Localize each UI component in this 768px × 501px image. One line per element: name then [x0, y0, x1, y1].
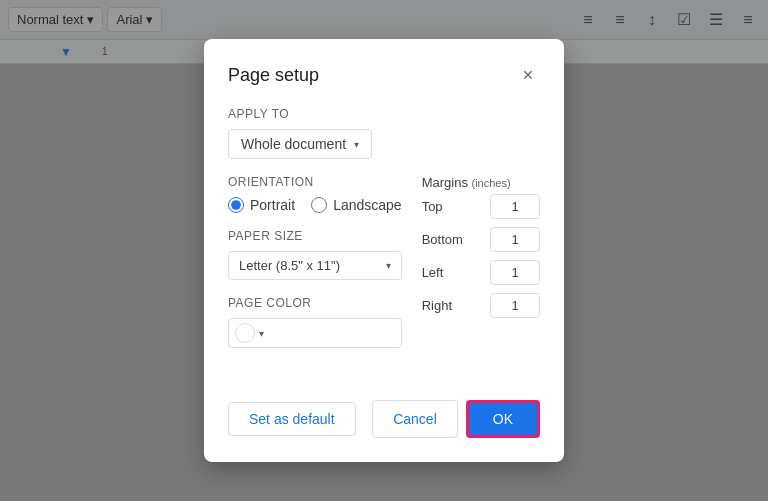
modal-overlay: Page setup × Apply to Whole document ▾ O… [0, 0, 768, 501]
bottom-margin-label: Bottom [422, 232, 472, 247]
left-margin-label: Left [422, 265, 472, 280]
paper-size-dropdown[interactable]: Letter (8.5" x 11") ▾ [228, 251, 402, 280]
page-setup-dialog: Page setup × Apply to Whole document ▾ O… [204, 39, 564, 462]
apply-to-section: Apply to Whole document ▾ [228, 107, 540, 159]
left-margin-row: Left [422, 260, 540, 285]
ok-button[interactable]: OK [466, 400, 540, 438]
page-color-label: Page color [228, 296, 402, 310]
portrait-option[interactable]: Portrait [228, 197, 295, 213]
color-arrow: ▾ [259, 328, 264, 339]
paper-size-label: Paper size [228, 229, 402, 243]
color-circle [235, 323, 255, 343]
apply-to-dropdown[interactable]: Whole document ▾ [228, 129, 372, 159]
margins-section: Margins (inches) Top Bottom Left Right [422, 175, 540, 364]
bottom-margin-row: Bottom [422, 227, 540, 252]
dialog-footer: Set as default Cancel OK [228, 384, 540, 438]
top-margin-row: Top [422, 194, 540, 219]
landscape-option[interactable]: Landscape [311, 197, 402, 213]
dialog-header: Page setup × [228, 63, 540, 87]
set-default-button[interactable]: Set as default [228, 402, 356, 436]
right-margin-input[interactable] [490, 293, 540, 318]
paper-size-arrow: ▾ [386, 260, 391, 271]
left-margin-input[interactable] [490, 260, 540, 285]
margins-unit: (inches) [472, 177, 511, 189]
landscape-label: Landscape [333, 197, 402, 213]
margins-title: Margins (inches) [422, 175, 540, 190]
orientation-radio-group: Portrait Landscape [228, 197, 402, 213]
page-color-section: Page color ▾ [228, 296, 402, 348]
top-margin-label: Top [422, 199, 472, 214]
dialog-title: Page setup [228, 65, 319, 86]
top-margin-input[interactable] [490, 194, 540, 219]
apply-to-label: Apply to [228, 107, 540, 121]
dialog-left: Orientation Portrait Landscape [228, 175, 402, 364]
right-margin-label: Right [422, 298, 472, 313]
cancel-button[interactable]: Cancel [372, 400, 458, 438]
right-margin-row: Right [422, 293, 540, 318]
orientation-label: Orientation [228, 175, 402, 189]
dialog-body: Orientation Portrait Landscape [228, 175, 540, 364]
orientation-section: Orientation Portrait Landscape [228, 175, 402, 213]
page-color-picker[interactable]: ▾ [228, 318, 402, 348]
paper-size-value: Letter (8.5" x 11") [239, 258, 340, 273]
apply-to-value: Whole document [241, 136, 346, 152]
apply-to-arrow: ▾ [354, 139, 359, 150]
landscape-radio[interactable] [311, 197, 327, 213]
footer-right: Cancel OK [372, 400, 540, 438]
bottom-margin-input[interactable] [490, 227, 540, 252]
paper-size-section: Paper size Letter (8.5" x 11") ▾ [228, 229, 402, 280]
close-button[interactable]: × [516, 63, 540, 87]
portrait-label: Portrait [250, 197, 295, 213]
portrait-radio[interactable] [228, 197, 244, 213]
